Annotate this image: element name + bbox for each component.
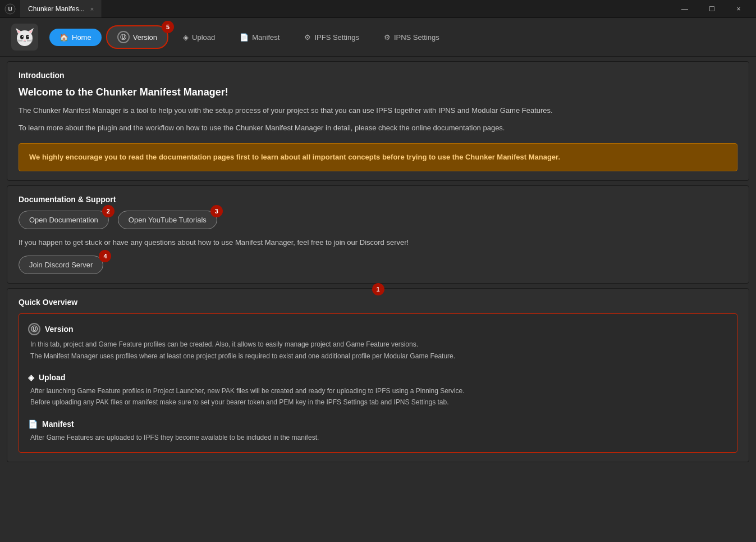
annotation-badge-5: 5 — [162, 21, 174, 33]
tab-close-icon[interactable]: × — [90, 6, 94, 12]
warning-text: We highly encourage you to read the docu… — [29, 153, 560, 161]
titlebar-logo: U — [4, 3, 16, 15]
overview-item-manifest: 📄 Manifest After Game Features are uploa… — [28, 420, 728, 443]
join-discord-label: Join Discord Server — [29, 261, 93, 269]
window-controls: — ☐ × — [672, 0, 752, 18]
introduction-title: Introduction — [19, 71, 737, 80]
quick-overview-title: Quick Overview — [19, 298, 737, 307]
manifest-nav-button[interactable]: 📄 Manifest — [230, 29, 290, 46]
navbar: 🏠 Home Ⓤ Version 5 ◈ Upload 📄 Manifest I… — [0, 18, 756, 57]
overview-version-title: Ⓤ Version — [28, 323, 728, 335]
manifest-label: Manifest — [252, 33, 280, 42]
overview-version-text: In this tab, project and Game Feature pr… — [28, 339, 728, 362]
svg-point-10 — [22, 36, 23, 37]
main-tab[interactable]: Chunker Manifes... × — [20, 0, 102, 17]
overview-ue-icon: Ⓤ — [28, 323, 40, 335]
home-label: Home — [72, 33, 91, 42]
tab-label: Chunker Manifes... — [28, 5, 85, 13]
ipns-gear-icon — [384, 33, 391, 42]
titlebar: U Chunker Manifes... × — ☐ × — [0, 0, 756, 18]
version-nav-button[interactable]: Ⓤ Version — [106, 25, 168, 49]
version-label: Version — [133, 33, 157, 42]
doc-buttons: Open Documentation 2 Open YouTube Tutori… — [19, 211, 737, 229]
svg-text:U: U — [8, 6, 12, 12]
overview-upload-title: ◈ Upload — [28, 373, 728, 382]
overview-upload-icon: ◈ — [28, 373, 34, 382]
overview-item-version: Ⓤ Version In this tab, project and Game … — [28, 323, 728, 362]
overview-box: 1 Ⓤ Version In this tab, project and Gam… — [19, 313, 737, 453]
introduction-section: Introduction Welcome to the Chunker Mani… — [7, 61, 749, 181]
bottom-spacer — [0, 467, 756, 489]
welcome-title: Welcome to the Chunker Manifest Manager! — [19, 86, 737, 98]
warning-box: We highly encourage you to read the docu… — [19, 143, 737, 172]
support-text: If you happen to get stuck or have any q… — [19, 237, 737, 249]
content-area: Introduction Welcome to the Chunker Mani… — [0, 57, 756, 542]
upload-label: Upload — [192, 33, 215, 42]
join-discord-button[interactable]: Join Discord Server — [19, 256, 103, 274]
documentation-section: Documentation & Support Open Documentati… — [7, 185, 749, 284]
svg-point-8 — [20, 35, 24, 39]
open-youtube-button[interactable]: Open YouTube Tutorials — [118, 211, 217, 229]
overview-manifest-icon: 📄 — [28, 420, 38, 429]
annotation-badge-3: 3 — [210, 205, 223, 217]
tab-bar: Chunker Manifes... × — [20, 0, 667, 17]
overview-manifest-title: 📄 Manifest — [28, 420, 728, 429]
minimize-button[interactable]: — — [672, 0, 698, 18]
ipns-settings-nav-button[interactable]: IPNS Settings — [374, 29, 450, 46]
documentation-title: Documentation & Support — [19, 195, 737, 204]
home-icon: 🏠 — [59, 33, 68, 42]
annotation-badge-4: 4 — [99, 250, 111, 262]
ue-icon: Ⓤ — [117, 31, 130, 43]
quick-overview-section: Quick Overview 1 Ⓤ Version In this tab, … — [7, 288, 749, 462]
upload-icon: ◈ — [183, 33, 189, 42]
close-button[interactable]: × — [726, 0, 752, 18]
annotation-badge-1: 1 — [372, 283, 384, 295]
svg-point-9 — [26, 35, 29, 39]
home-nav-button[interactable]: 🏠 Home — [49, 29, 102, 46]
overview-manifest-text: After Game Features are uploaded to IPFS… — [28, 432, 728, 443]
overview-upload-text: After launching Game Feature profiles in… — [28, 385, 728, 408]
app-container: 🏠 Home Ⓤ Version 5 ◈ Upload 📄 Manifest I… — [0, 18, 756, 542]
annotation-badge-2: 2 — [102, 205, 114, 217]
ipfs-gear-icon — [304, 33, 311, 42]
overview-item-upload: ◈ Upload After launching Game Feature pr… — [28, 373, 728, 408]
app-logo — [11, 24, 38, 51]
ipfs-settings-nav-button[interactable]: IPFS Settings — [294, 29, 369, 46]
svg-point-11 — [28, 36, 29, 37]
manifest-icon: 📄 — [240, 33, 249, 42]
maximize-button[interactable]: ☐ — [699, 0, 725, 18]
intro-para2: To learn more about the plugin and the w… — [19, 122, 737, 134]
upload-nav-button[interactable]: ◈ Upload — [173, 29, 225, 46]
intro-para1: The Chunker Manifest Manager is a tool t… — [19, 105, 737, 117]
ipns-settings-label: IPNS Settings — [394, 33, 439, 42]
open-docs-label: Open Documentation — [29, 216, 98, 224]
open-documentation-button[interactable]: Open Documentation — [19, 211, 109, 229]
ipfs-settings-label: IPFS Settings — [314, 33, 359, 42]
open-youtube-label: Open YouTube Tutorials — [129, 216, 207, 224]
